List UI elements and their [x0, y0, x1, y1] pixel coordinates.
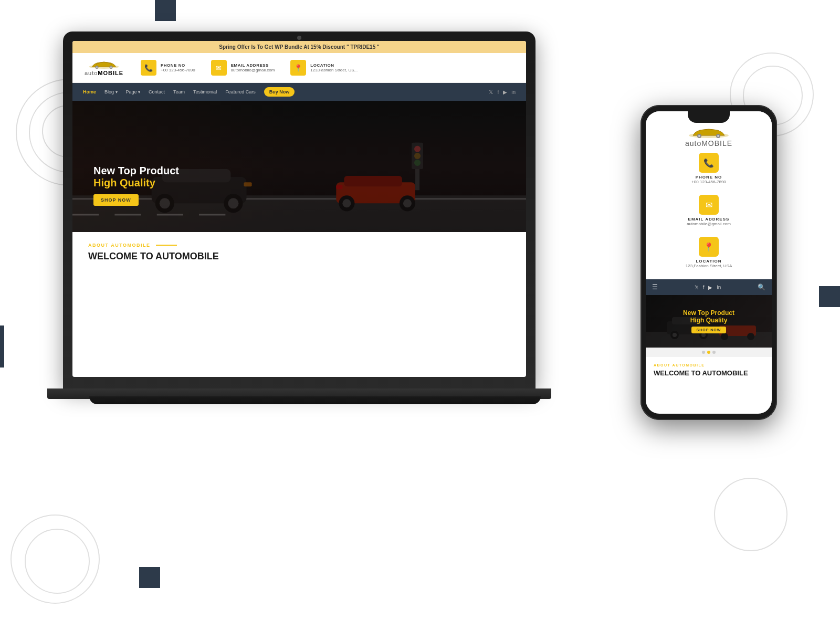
phone-youtube-icon[interactable]: ▶ — [708, 285, 712, 290]
nav-featured-cars[interactable]: Featured Cars — [225, 89, 256, 94]
laptop-body: Spring Offer Is To Get WP Bundle At 15% … — [63, 32, 536, 388]
promo-bar: Spring Offer Is To Get WP Bundle At 15% … — [72, 41, 526, 53]
phone-location-icon: 📍 — [699, 237, 719, 257]
svg-rect-22 — [114, 214, 141, 215]
location-label: LOCATION — [310, 63, 358, 68]
phone-email-value: automobile@gmail.com — [687, 222, 731, 226]
carousel-dot-1[interactable] — [702, 351, 705, 354]
email-icon-box: ✉ — [211, 60, 227, 76]
laptop-about-label: ABOUT AUTOMOBILE — [88, 243, 510, 248]
laptop-about-title: WELCOME TO AUTOMOBILE — [88, 251, 510, 262]
phone-email-label: EMAIL ADDRESS — [688, 217, 730, 222]
bg-square-4 — [0, 326, 4, 368]
phone-phone-value: +00 123-456-7890 — [691, 180, 726, 184]
nav-team[interactable]: Team — [173, 89, 185, 94]
phone-phone-contact: 📞 PHONE NO +00 123-456-7890 — [691, 148, 726, 190]
phone-location-contact: 📍 LOCATION 123,Fashion Street, USA — [686, 232, 732, 274]
laptop-hero-content: New Top Product High Quality SHOP NOW — [93, 165, 179, 206]
bg-square-1 — [155, 0, 176, 21]
phone-location-value: 123,Fashion Street, USA — [686, 264, 732, 268]
twitter-icon[interactable]: 𝕏 — [489, 89, 493, 95]
phone-linkedin-icon[interactable]: in — [717, 285, 721, 290]
laptop-phone-contact: 📞 PHONE NO +00 123-456-7890 — [141, 60, 195, 76]
svg-point-12 — [228, 198, 238, 208]
phone-hero-title: New Top Product High Quality — [683, 309, 734, 324]
laptop-location-contact: 📍 LOCATION 123,Fashion Street, US... — [290, 60, 358, 76]
phone-carousel-dots — [646, 348, 772, 357]
svg-rect-23 — [157, 214, 183, 215]
phone-logo-text: autoMOBILE — [685, 139, 732, 148]
phone-hero-section: New Top Product High Quality SHOP NOW — [646, 295, 772, 348]
svg-point-2 — [96, 66, 98, 68]
laptop-email-contact: ✉ EMAIL ADDRESS automobile@gmail.com — [211, 60, 275, 76]
svg-rect-15 — [344, 176, 402, 186]
svg-point-39 — [673, 333, 677, 337]
location-icon-box: 📍 — [290, 60, 306, 76]
phone-value: +00 123-456-7890 — [161, 68, 195, 72]
promo-text: Spring Offer Is To Get WP Bundle At 15% … — [219, 44, 379, 50]
phone-twitter-icon[interactable]: 𝕏 — [695, 285, 699, 290]
svg-point-28 — [414, 153, 421, 159]
phone-email-icon: ✉ — [699, 195, 719, 215]
about-divider — [156, 245, 177, 246]
hero-title-highlight: Quality — [120, 177, 155, 188]
svg-point-4 — [110, 66, 112, 68]
bg-square-3 — [139, 567, 160, 588]
linkedin-icon[interactable]: in — [511, 89, 516, 95]
phone-phone-label: PHONE NO — [696, 175, 722, 180]
nav-page[interactable]: Page ▾ — [126, 89, 141, 94]
laptop-navigation: Home Blog ▾ Page ▾ Contact Team Testimon… — [72, 83, 526, 101]
nav-testimonial[interactable]: Testimonial — [193, 89, 217, 94]
phone-email-contact: ✉ EMAIL ADDRESS automobile@gmail.com — [687, 190, 731, 232]
nav-blog[interactable]: Blog ▾ — [104, 89, 118, 94]
svg-rect-21 — [72, 214, 99, 215]
laptop-hinge — [89, 396, 541, 404]
nav-home[interactable]: Home — [83, 89, 96, 94]
hamburger-menu-icon[interactable]: ☰ — [652, 284, 658, 291]
phone-facebook-icon[interactable]: f — [703, 285, 705, 290]
laptop-screen: Spring Offer Is To Get WP Bundle At 15% … — [72, 41, 526, 377]
svg-rect-13 — [244, 182, 252, 186]
hero-shop-button[interactable]: SHOP NOW — [93, 194, 139, 206]
phone-body: autoMOBILE 📞 PHONE NO +00 123-456-7890 ✉… — [640, 105, 777, 420]
location-value: 123,Fashion Street, US... — [310, 68, 358, 72]
location-contact-text: LOCATION 123,Fashion Street, US... — [310, 63, 358, 72]
phone-content: autoMOBILE 📞 PHONE NO +00 123-456-7890 ✉… — [646, 111, 772, 414]
svg-rect-24 — [199, 214, 225, 215]
youtube-icon[interactable]: ▶ — [503, 89, 507, 95]
svg-point-32 — [698, 135, 700, 137]
facebook-icon[interactable]: f — [497, 89, 499, 95]
hero-title-regular: High — [93, 177, 120, 188]
phone-notch — [688, 111, 730, 123]
svg-rect-20 — [336, 185, 342, 189]
phone-contact-text: PHONE NO +00 123-456-7890 — [161, 63, 195, 72]
nav-buy-button[interactable]: Buy Now — [264, 87, 295, 97]
circle-group-4 — [714, 478, 788, 551]
circle-group-3 — [10, 514, 100, 604]
laptop-hero-section: New Top Product High Quality SHOP NOW — [72, 101, 526, 232]
phone-screen: autoMOBILE 📞 PHONE NO +00 123-456-7890 ✉… — [646, 111, 772, 414]
laptop-about-section: ABOUT AUTOMOBILE WELCOME TO AUTOMOBILE — [72, 232, 526, 272]
phone-shop-button[interactable]: SHOP NOW — [691, 327, 727, 333]
search-icon[interactable]: 🔍 — [758, 284, 765, 291]
email-contact-text: EMAIL ADDRESS automobile@gmail.com — [231, 63, 275, 72]
email-value: automobile@gmail.com — [231, 68, 275, 72]
carousel-dot-2[interactable] — [707, 351, 710, 354]
hero-title-line2: High Quality — [93, 177, 179, 189]
phone-phone-icon: 📞 — [699, 153, 719, 173]
bg-square-2 — [819, 286, 840, 307]
laptop-logo-text: autoMOBILE — [85, 70, 123, 76]
svg-point-44 — [747, 333, 754, 340]
phone-hero-content: New Top Product High Quality SHOP NOW — [683, 309, 734, 333]
phone-logo-car-icon — [688, 126, 730, 139]
phone-icon-box: 📞 — [141, 60, 156, 76]
nav-contact[interactable]: Contact — [149, 89, 165, 94]
logo-car-icon — [88, 59, 120, 70]
phone-about-section: ABOUT AUTOMOBILE WELCOME TO AUTOMOBILE — [646, 357, 772, 383]
svg-point-41 — [701, 333, 706, 337]
nav-social-links: 𝕏 f ▶ in — [489, 89, 516, 95]
svg-point-29 — [414, 160, 421, 166]
carousel-dot-3[interactable] — [712, 351, 716, 354]
phone-label: PHONE NO — [161, 63, 195, 68]
hero-title-line1: New Top Product — [93, 165, 179, 177]
